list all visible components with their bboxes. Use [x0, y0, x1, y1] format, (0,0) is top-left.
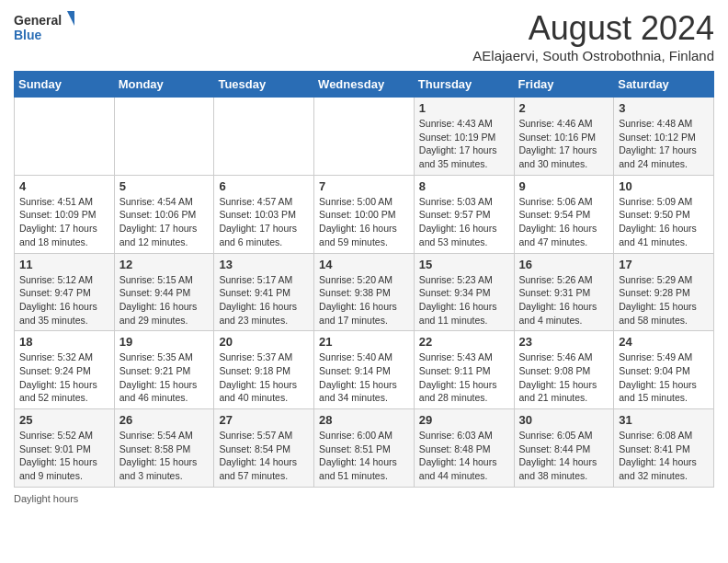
calendar-cell: 22Sunrise: 5:43 AM Sunset: 9:11 PM Dayli… — [414, 331, 514, 409]
calendar-cell: 28Sunrise: 6:00 AM Sunset: 8:51 PM Dayli… — [314, 409, 415, 488]
calendar-cell: 11Sunrise: 5:12 AM Sunset: 9:47 PM Dayli… — [15, 253, 115, 331]
day-info: Sunrise: 4:51 AM Sunset: 10:09 PM Daylig… — [19, 195, 109, 249]
calendar-cell: 26Sunrise: 5:54 AM Sunset: 8:58 PM Dayli… — [114, 409, 214, 488]
calendar-cell: 15Sunrise: 5:23 AM Sunset: 9:34 PM Dayli… — [414, 253, 514, 331]
day-number: 27 — [219, 413, 309, 427]
calendar-cell: 10Sunrise: 5:09 AM Sunset: 9:50 PM Dayli… — [614, 175, 714, 253]
header-day-monday: Monday — [114, 72, 214, 98]
logo: General Blue — [14, 9, 78, 46]
day-number: 18 — [19, 335, 109, 349]
day-info: Sunrise: 4:48 AM Sunset: 10:12 PM Daylig… — [619, 117, 709, 171]
page-subtitle: AElajaervi, South Ostrobothnia, Finland — [472, 48, 714, 63]
calendar-cell: 30Sunrise: 6:05 AM Sunset: 8:44 PM Dayli… — [514, 409, 614, 488]
day-number: 7 — [319, 179, 409, 193]
header-day-friday: Friday — [514, 72, 614, 98]
day-info: Sunrise: 5:09 AM Sunset: 9:50 PM Dayligh… — [619, 195, 709, 249]
day-number: 30 — [519, 413, 609, 427]
calendar-week-3: 11Sunrise: 5:12 AM Sunset: 9:47 PM Dayli… — [15, 253, 714, 331]
calendar-cell: 14Sunrise: 5:20 AM Sunset: 9:38 PM Dayli… — [314, 253, 415, 331]
day-info: Sunrise: 5:12 AM Sunset: 9:47 PM Dayligh… — [19, 273, 109, 327]
day-info: Sunrise: 5:15 AM Sunset: 9:44 PM Dayligh… — [119, 273, 210, 327]
day-number: 9 — [519, 179, 609, 193]
svg-text:General: General — [14, 13, 62, 28]
calendar-cell: 25Sunrise: 5:52 AM Sunset: 9:01 PM Dayli… — [15, 409, 115, 488]
page-title: August 2024 — [472, 9, 714, 48]
day-info: Sunrise: 5:32 AM Sunset: 9:24 PM Dayligh… — [19, 350, 109, 405]
day-info: Sunrise: 5:52 AM Sunset: 9:01 PM Dayligh… — [19, 429, 109, 483]
day-info: Sunrise: 4:46 AM Sunset: 10:16 PM Daylig… — [519, 117, 609, 171]
header-day-wednesday: Wednesday — [314, 72, 415, 98]
day-number: 23 — [519, 335, 609, 349]
header-day-saturday: Saturday — [614, 72, 714, 98]
daylight-label: Daylight hours — [14, 493, 78, 504]
calendar-cell: 31Sunrise: 6:08 AM Sunset: 8:41 PM Dayli… — [614, 409, 714, 488]
calendar-week-1: 1Sunrise: 4:43 AM Sunset: 10:19 PM Dayli… — [15, 98, 714, 176]
day-number: 26 — [119, 413, 210, 427]
day-info: Sunrise: 5:00 AM Sunset: 10:00 PM Daylig… — [319, 195, 409, 249]
day-number: 5 — [119, 179, 210, 193]
calendar-cell: 18Sunrise: 5:32 AM Sunset: 9:24 PM Dayli… — [15, 331, 115, 409]
day-info: Sunrise: 6:00 AM Sunset: 8:51 PM Dayligh… — [319, 429, 409, 483]
day-number: 6 — [219, 179, 309, 193]
day-number: 31 — [619, 413, 709, 427]
calendar-cell: 9Sunrise: 5:06 AM Sunset: 9:54 PM Daylig… — [514, 175, 614, 253]
calendar-week-5: 25Sunrise: 5:52 AM Sunset: 9:01 PM Dayli… — [15, 409, 714, 488]
calendar-cell: 21Sunrise: 5:40 AM Sunset: 9:14 PM Dayli… — [314, 331, 415, 409]
page-header: General Blue August 2024 AElajaervi, Sou… — [14, 9, 714, 63]
day-info: Sunrise: 5:57 AM Sunset: 8:54 PM Dayligh… — [219, 429, 309, 483]
day-info: Sunrise: 5:26 AM Sunset: 9:31 PM Dayligh… — [519, 273, 609, 327]
day-info: Sunrise: 6:03 AM Sunset: 8:48 PM Dayligh… — [419, 429, 509, 483]
day-number: 8 — [419, 179, 509, 193]
calendar-cell: 1Sunrise: 4:43 AM Sunset: 10:19 PM Dayli… — [414, 98, 514, 176]
calendar-week-4: 18Sunrise: 5:32 AM Sunset: 9:24 PM Dayli… — [15, 331, 714, 409]
day-number: 1 — [419, 101, 509, 115]
day-number: 11 — [19, 258, 109, 271]
day-info: Sunrise: 5:49 AM Sunset: 9:04 PM Dayligh… — [619, 350, 709, 405]
calendar-cell: 13Sunrise: 5:17 AM Sunset: 9:41 PM Dayli… — [214, 253, 314, 331]
header-row: SundayMondayTuesdayWednesdayThursdayFrid… — [15, 72, 714, 98]
day-number: 17 — [619, 258, 709, 271]
header-day-thursday: Thursday — [414, 72, 514, 98]
day-number: 28 — [319, 413, 409, 427]
day-info: Sunrise: 6:05 AM Sunset: 8:44 PM Dayligh… — [519, 429, 609, 483]
header-day-tuesday: Tuesday — [214, 72, 314, 98]
day-info: Sunrise: 5:40 AM Sunset: 9:14 PM Dayligh… — [319, 350, 409, 405]
day-info: Sunrise: 5:43 AM Sunset: 9:11 PM Dayligh… — [419, 350, 509, 405]
day-number: 14 — [319, 258, 409, 271]
day-number: 16 — [519, 258, 609, 271]
day-info: Sunrise: 4:57 AM Sunset: 10:03 PM Daylig… — [219, 195, 309, 249]
calendar-cell: 16Sunrise: 5:26 AM Sunset: 9:31 PM Dayli… — [514, 253, 614, 331]
calendar-cell: 12Sunrise: 5:15 AM Sunset: 9:44 PM Dayli… — [114, 253, 214, 331]
day-number: 4 — [19, 179, 109, 193]
calendar-cell — [114, 98, 214, 176]
day-info: Sunrise: 5:46 AM Sunset: 9:08 PM Dayligh… — [519, 350, 609, 405]
calendar-cell: 24Sunrise: 5:49 AM Sunset: 9:04 PM Dayli… — [614, 331, 714, 409]
day-info: Sunrise: 5:29 AM Sunset: 9:28 PM Dayligh… — [619, 273, 709, 327]
day-info: Sunrise: 4:54 AM Sunset: 10:06 PM Daylig… — [119, 195, 210, 249]
day-info: Sunrise: 5:37 AM Sunset: 9:18 PM Dayligh… — [219, 350, 309, 405]
calendar-week-2: 4Sunrise: 4:51 AM Sunset: 10:09 PM Dayli… — [15, 175, 714, 253]
footer: Daylight hours — [14, 493, 714, 504]
header-day-sunday: Sunday — [15, 72, 115, 98]
day-info: Sunrise: 6:08 AM Sunset: 8:41 PM Dayligh… — [619, 429, 709, 483]
day-number: 20 — [219, 335, 309, 349]
day-number: 13 — [219, 258, 309, 271]
calendar-cell — [15, 98, 115, 176]
day-number: 29 — [419, 413, 509, 427]
day-info: Sunrise: 5:23 AM Sunset: 9:34 PM Dayligh… — [419, 273, 509, 327]
calendar-cell: 2Sunrise: 4:46 AM Sunset: 10:16 PM Dayli… — [514, 98, 614, 176]
day-info: Sunrise: 5:20 AM Sunset: 9:38 PM Dayligh… — [319, 273, 409, 327]
day-number: 12 — [119, 258, 210, 271]
calendar-cell: 29Sunrise: 6:03 AM Sunset: 8:48 PM Dayli… — [414, 409, 514, 488]
svg-marker-2 — [67, 11, 74, 26]
day-info: Sunrise: 5:35 AM Sunset: 9:21 PM Dayligh… — [119, 350, 210, 405]
day-number: 15 — [419, 258, 509, 271]
day-info: Sunrise: 5:03 AM Sunset: 9:57 PM Dayligh… — [419, 195, 509, 249]
day-number: 2 — [519, 101, 609, 115]
logo-svg: General Blue — [14, 9, 78, 46]
day-number: 24 — [619, 335, 709, 349]
calendar-cell: 23Sunrise: 5:46 AM Sunset: 9:08 PM Dayli… — [514, 331, 614, 409]
calendar-cell: 8Sunrise: 5:03 AM Sunset: 9:57 PM Daylig… — [414, 175, 514, 253]
day-number: 10 — [619, 179, 709, 193]
calendar-cell: 6Sunrise: 4:57 AM Sunset: 10:03 PM Dayli… — [214, 175, 314, 253]
